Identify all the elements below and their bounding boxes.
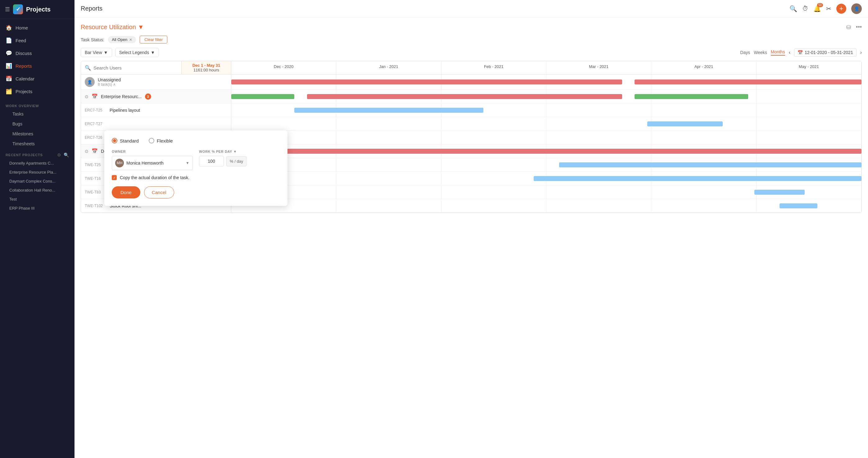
task-code-erc7-t26: ERC7-T26 — [85, 135, 106, 140]
more-options-icon[interactable]: ••• — [856, 24, 862, 30]
page-title: Reports — [81, 5, 102, 12]
owner-name: Monica Hemsworth — [126, 160, 183, 165]
user-avatar[interactable]: 👤 — [851, 3, 862, 14]
sidebar-item-discuss-label: Discuss — [16, 51, 32, 56]
row-right-twe-t83 — [231, 185, 862, 199]
work-unit-label: % / day — [226, 156, 247, 166]
work-overview-title: WORK OVERVIEW — [0, 100, 74, 109]
filter-chip-value: All Open — [112, 37, 127, 42]
recent-project-3[interactable]: Collaboration Hall Reno... — [0, 186, 74, 195]
search-users-input[interactable] — [93, 65, 178, 70]
task-code-twe-t25: TWE-T25 — [85, 163, 106, 167]
task-code-erc7-t25: ERC7-T25 — [85, 108, 106, 113]
notification-bell[interactable]: 🔔 50 — [813, 5, 821, 12]
calendar-icon: 📅 — [6, 75, 12, 82]
month-dec-2020: Dec - 2020 — [231, 61, 336, 74]
orange-badge: 3 — [145, 93, 151, 100]
checkbox-row: ✓ Copy the actual duration of the task. — [112, 175, 280, 180]
copy-duration-checkbox[interactable]: ✓ — [112, 175, 117, 180]
search-icon[interactable]: 🔍 — [789, 5, 797, 12]
sidebar-item-calendar[interactable]: 📅 Calendar — [0, 72, 74, 85]
row-right-erc7-t27 — [231, 117, 862, 130]
sidebar-sub-milestones[interactable]: Milestones — [0, 129, 74, 139]
logo-icon: ✓ — [13, 4, 23, 14]
select-legends-button[interactable]: Select Legends ▼ — [115, 48, 159, 57]
expand-icon[interactable]: ⊙ — [85, 94, 89, 99]
sidebar-item-home-label: Home — [16, 25, 28, 30]
recent-project-2[interactable]: Daymart Complex Cons... — [0, 177, 74, 186]
row-left-erc7-t27: ERC7-T27 — [81, 117, 231, 130]
filter-icon[interactable]: ⚙ — [57, 152, 61, 157]
months-button[interactable]: Months — [771, 49, 785, 56]
radio-group: Standard Flexible — [112, 138, 280, 144]
resource-modal: Standard Flexible OWNER MH Monica Hemswo… — [104, 130, 287, 206]
days-button[interactable]: Days — [740, 50, 750, 55]
donn-calendar-icon: 📅 — [92, 148, 98, 154]
summary-hours: 1161:00 hours — [193, 68, 219, 72]
clock-icon[interactable]: ⏱ — [802, 5, 808, 12]
hamburger-icon[interactable]: ☰ — [5, 6, 10, 13]
sidebar-sub-bugs[interactable]: Bugs — [0, 119, 74, 129]
sidebar-item-home[interactable]: 🏠 Home — [0, 22, 74, 34]
scissors-icon[interactable]: ✂ — [826, 5, 831, 12]
add-button[interactable]: + — [836, 4, 846, 14]
resource-utilization-title[interactable]: Resource Utilization ▼ — [81, 24, 144, 31]
sidebar-item-projects[interactable]: 🗂️ Projects — [0, 85, 74, 98]
filter-chip-all-open: All Open ✕ — [108, 36, 136, 43]
bar-view-button[interactable]: Bar View ▼ — [81, 48, 112, 57]
owner-avatar: MH — [115, 159, 124, 167]
sidebar-item-projects-label: Projects — [16, 89, 32, 94]
row-right-enterprise — [231, 90, 862, 103]
logo-checkmark: ✓ — [13, 4, 23, 14]
sidebar-header: ☰ ✓ Projects — [0, 0, 74, 19]
sidebar: ☰ ✓ Projects 🏠 Home 📄 Feed 💬 Discuss 📊 R… — [0, 0, 74, 458]
bar-view-arrow-icon: ▼ — [104, 50, 108, 55]
row-label-enterprise: Enterprise Resourc... — [101, 94, 142, 99]
next-period-arrow[interactable]: › — [860, 50, 862, 55]
work-value-input[interactable] — [199, 156, 224, 166]
owner-select[interactable]: MH Monica Hemsworth ▼ — [112, 156, 193, 170]
sidebar-item-reports[interactable]: 📊 Reports — [0, 60, 74, 72]
sidebar-sub-timesheets[interactable]: Timesheets — [0, 139, 74, 149]
radio-flexible[interactable]: Flexible — [149, 138, 173, 144]
date-range-display[interactable]: 📅 12-01-2020 - 05-31-2021 — [794, 49, 857, 57]
chip-close-icon[interactable]: ✕ — [129, 37, 132, 42]
sidebar-sub-tasks[interactable]: Tasks — [0, 109, 74, 119]
row-label-erc7-t25: Pipelines layout — [110, 108, 140, 113]
recent-projects-title: RECENT PROJECTS — [6, 153, 43, 157]
gantt-left-header: 🔍 Dec 1 - May 31 1161:00 hours — [81, 61, 231, 74]
sidebar-item-feed[interactable]: 📄 Feed — [0, 34, 74, 47]
recent-project-1[interactable]: Enterprise Resource Pla... — [0, 168, 74, 177]
row-right-erc7-t25 — [231, 103, 862, 117]
month-feb-2021: Feb - 2021 — [441, 61, 547, 74]
done-button[interactable]: Done — [112, 186, 140, 199]
weeks-button[interactable]: Weeks — [754, 50, 767, 55]
row-left-enterprise: ⊙ 📅 Enterprise Resourc... 3 — [81, 90, 231, 103]
radio-standard[interactable]: Standard — [112, 138, 139, 144]
clear-filter-button[interactable]: Clear filter — [140, 36, 167, 43]
recent-project-4[interactable]: Test — [0, 195, 74, 204]
expand-icon-donn[interactable]: ⊙ — [85, 149, 89, 154]
sidebar-item-feed-label: Feed — [16, 38, 26, 43]
filter-funnel-icon[interactable]: ⛁ — [846, 24, 851, 31]
sidebar-item-discuss[interactable]: 💬 Discuss — [0, 47, 74, 60]
row-right-unassigned — [231, 74, 862, 89]
projects-icon: 🗂️ — [6, 88, 12, 95]
row-left-unassigned: 👤 Unassigned 8 task(s) ∧ — [81, 74, 231, 89]
work-dropdown-arrow[interactable]: ▼ — [233, 150, 237, 153]
summary-col: Dec 1 - May 31 1161:00 hours — [181, 61, 231, 74]
modal-actions: Done Cancel — [112, 186, 280, 199]
radio-standard-label: Standard — [120, 138, 139, 144]
cancel-button[interactable]: Cancel — [144, 186, 174, 199]
search-icon-recent[interactable]: 🔍 — [64, 152, 69, 157]
recent-project-5[interactable]: ERP Phase III — [0, 204, 74, 213]
home-icon: 🏠 — [6, 25, 12, 31]
view-controls: Bar View ▼ Select Legends ▼ Days Weeks M… — [81, 48, 862, 57]
group-calendar-icon: 📅 — [92, 93, 98, 99]
dropdown-arrow-icon: ▼ — [138, 24, 144, 31]
prev-period-arrow[interactable]: ‹ — [789, 50, 790, 55]
recent-project-0[interactable]: Donnelly Apartments C... — [0, 159, 74, 168]
owner-col: OWNER MH Monica Hemsworth ▼ — [112, 150, 193, 170]
summary-date: Dec 1 - May 31 — [192, 63, 220, 68]
main-content: Reports 🔍 ⏱ 🔔 50 ✂ + 👤 Resource Utilizat… — [74, 0, 868, 458]
